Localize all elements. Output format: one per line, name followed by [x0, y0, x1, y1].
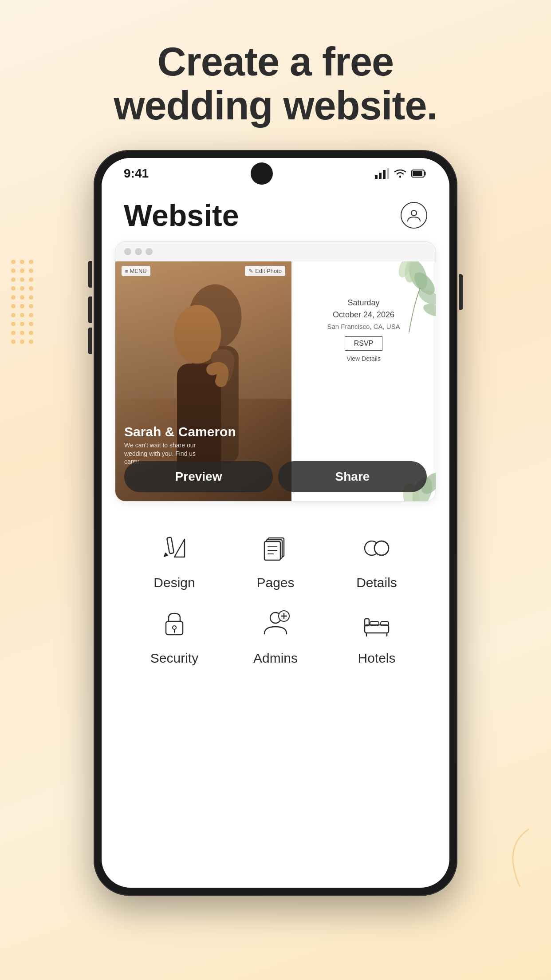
page-header: Create a free wedding website. [0, 0, 551, 150]
svg-rect-32 [383, 170, 386, 179]
svg-rect-36 [413, 171, 422, 176]
app-screen-title: Website [124, 198, 239, 233]
status-bar: 9:41 [102, 158, 449, 189]
share-button[interactable]: Share [278, 461, 427, 492]
admins-grid-item[interactable]: Admins [225, 604, 326, 666]
status-time: 9:41 [124, 166, 149, 181]
svg-point-10 [20, 286, 24, 291]
svg-point-21 [11, 322, 16, 326]
website-preview-card: ≡ MENU ✎ Edit Photo Sarah & Cameron [115, 241, 436, 502]
svg-point-5 [29, 269, 33, 273]
design-label: Design [153, 575, 195, 590]
security-grid-item[interactable]: Security [124, 604, 225, 666]
svg-point-8 [29, 277, 33, 282]
svg-point-14 [29, 295, 33, 300]
design-icon [154, 528, 194, 568]
pages-label: Pages [256, 575, 294, 590]
svg-point-17 [29, 304, 33, 308]
wifi-icon [394, 168, 407, 179]
svg-point-24 [11, 331, 16, 335]
decorative-dots [9, 257, 44, 346]
decorative-line-right [493, 825, 538, 891]
hotels-label: Hotels [358, 651, 395, 666]
svg-point-22 [20, 322, 24, 326]
pages-icon [256, 528, 295, 568]
preview-share-bar: Preview Share [115, 461, 436, 492]
status-icons [375, 168, 427, 179]
svg-point-6 [11, 277, 16, 282]
view-details-link[interactable]: View Details [299, 355, 429, 362]
svg-point-11 [29, 286, 33, 291]
details-icon [357, 528, 397, 568]
svg-point-37 [411, 210, 417, 216]
app-header: Website [102, 189, 449, 241]
browser-dot-3 [146, 248, 153, 255]
details-label: Details [356, 575, 397, 590]
svg-point-34 [399, 176, 401, 178]
svg-point-3 [11, 269, 16, 273]
admins-label: Admins [253, 651, 298, 666]
hotels-icon [357, 604, 397, 644]
browser-bar [115, 242, 436, 261]
battery-icon [411, 168, 427, 179]
phone-mockup: 9:41 [0, 150, 551, 896]
svg-point-29 [29, 340, 33, 344]
svg-point-20 [29, 313, 33, 317]
svg-point-12 [11, 295, 16, 300]
svg-point-13 [20, 295, 24, 300]
svg-point-2 [29, 260, 33, 264]
profile-icon [406, 207, 422, 223]
svg-point-25 [20, 331, 24, 335]
feature-grid: Design [102, 515, 449, 675]
couple-names-overlay: Sarah & Cameron We can't wait to share o… [124, 424, 236, 466]
svg-rect-31 [379, 173, 382, 179]
svg-rect-54 [167, 537, 174, 553]
profile-button[interactable] [401, 202, 427, 229]
svg-point-23 [29, 322, 33, 326]
svg-rect-30 [375, 175, 378, 179]
svg-point-65 [173, 626, 176, 629]
svg-point-9 [11, 286, 16, 291]
pages-grid-item[interactable]: Pages [225, 528, 326, 590]
browser-dot-1 [124, 248, 131, 255]
preview-button[interactable]: Preview [124, 461, 273, 492]
svg-point-26 [29, 331, 33, 335]
svg-point-16 [20, 304, 24, 308]
security-label: Security [150, 651, 198, 666]
floral-decoration [378, 261, 436, 332]
menu-label: ≡ MENU [122, 266, 150, 276]
svg-point-18 [11, 313, 16, 317]
svg-point-1 [20, 260, 24, 264]
phone-screen: 9:41 [102, 158, 449, 888]
details-grid-item[interactable]: Details [326, 528, 427, 590]
svg-point-27 [11, 340, 16, 344]
browser-dot-2 [135, 248, 142, 255]
svg-point-4 [20, 269, 24, 273]
design-grid-item[interactable]: Design [124, 528, 225, 590]
svg-point-28 [20, 340, 24, 344]
main-title: Create a free wedding website. [0, 40, 551, 128]
admins-icon [256, 604, 295, 644]
edit-photo-label: ✎ Edit Photo [245, 266, 285, 276]
signal-icon [375, 168, 389, 179]
svg-rect-33 [387, 168, 389, 179]
security-icon [154, 604, 194, 644]
hotels-grid-item[interactable]: Hotels [326, 604, 427, 666]
svg-point-15 [11, 304, 16, 308]
camera-notch [251, 162, 273, 185]
preview-content: ≡ MENU ✎ Edit Photo Sarah & Cameron [115, 261, 436, 501]
svg-point-0 [11, 260, 16, 264]
phone-body: 9:41 [94, 150, 457, 896]
svg-point-19 [20, 313, 24, 317]
mini-browser-bar: ≡ MENU ✎ Edit Photo [115, 261, 291, 281]
rsvp-button[interactable]: RSVP [345, 336, 383, 351]
svg-point-7 [20, 277, 24, 282]
